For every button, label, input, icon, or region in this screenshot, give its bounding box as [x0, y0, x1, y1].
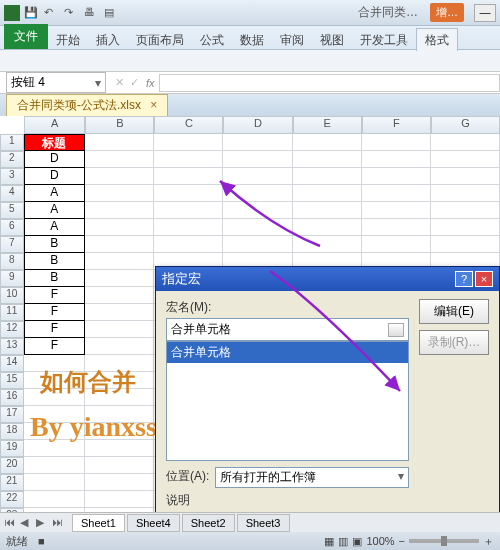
ribbon-tab-7[interactable]: 开发工具	[352, 29, 416, 51]
ribbon-tab-4[interactable]: 数据	[232, 29, 272, 51]
cell[interactable]	[431, 185, 500, 202]
cell[interactable]	[431, 202, 500, 219]
addon-tab[interactable]: 增…	[430, 3, 464, 22]
row-header[interactable]: 3	[0, 168, 24, 185]
ribbon-tab-0[interactable]: 开始	[48, 29, 88, 51]
chevron-down-icon[interactable]: ▾	[398, 469, 404, 486]
cell[interactable]	[85, 253, 154, 270]
row-header[interactable]: 15	[0, 372, 24, 389]
cell[interactable]: F	[24, 287, 85, 304]
row-header[interactable]: 2	[0, 151, 24, 168]
cell[interactable]	[154, 134, 223, 151]
cell[interactable]	[85, 457, 154, 474]
row-header[interactable]: 6	[0, 219, 24, 236]
cell[interactable]	[293, 134, 362, 151]
row-header[interactable]: 9	[0, 270, 24, 287]
cell[interactable]: B	[24, 236, 85, 253]
collapse-dialog-icon[interactable]	[388, 323, 404, 337]
cell[interactable]	[85, 304, 154, 321]
cell[interactable]	[431, 151, 500, 168]
doc-tab-close-icon[interactable]: ×	[150, 98, 157, 112]
row-header[interactable]: 12	[0, 321, 24, 338]
cell[interactable]	[293, 185, 362, 202]
cell[interactable]	[223, 202, 292, 219]
cell[interactable]	[85, 185, 154, 202]
cell[interactable]	[293, 236, 362, 253]
cell[interactable]	[223, 168, 292, 185]
file-tab[interactable]: 文件	[4, 24, 48, 49]
zoom-out-icon[interactable]: −	[399, 535, 405, 547]
ribbon-tab-1[interactable]: 插入	[88, 29, 128, 51]
dialog-titlebar[interactable]: 指定宏 ? ×	[156, 267, 499, 291]
sheet-tab[interactable]: Sheet3	[237, 514, 290, 532]
cell[interactable]	[85, 219, 154, 236]
formula-bar[interactable]	[159, 74, 500, 92]
ribbon-tab-5[interactable]: 审阅	[272, 29, 312, 51]
column-header[interactable]: G	[431, 116, 500, 134]
column-header[interactable]: C	[154, 116, 223, 134]
cell[interactable]	[154, 202, 223, 219]
redo-icon[interactable]: ↷	[64, 6, 78, 20]
column-header[interactable]: A	[24, 116, 85, 134]
cell[interactable]: 标题	[24, 134, 85, 151]
view-normal-icon[interactable]: ▦	[324, 535, 334, 548]
minimize-button[interactable]: —	[474, 4, 496, 22]
cell[interactable]	[362, 185, 431, 202]
name-box[interactable]: 按钮 4 ▾	[6, 72, 106, 93]
row-header[interactable]: 18	[0, 423, 24, 440]
macro-record-icon[interactable]: ■	[38, 535, 45, 547]
zoom-slider[interactable]	[409, 539, 479, 543]
row-header[interactable]: 21	[0, 474, 24, 491]
cell[interactable]: A	[24, 219, 85, 236]
fx-icon[interactable]: fx	[146, 77, 155, 89]
zoom-in-icon[interactable]: ＋	[483, 534, 494, 549]
cell[interactable]	[431, 236, 500, 253]
cell[interactable]: B	[24, 270, 85, 287]
undo-icon[interactable]: ↶	[44, 6, 58, 20]
cell[interactable]	[85, 168, 154, 185]
cell[interactable]	[85, 321, 154, 338]
cell[interactable]	[223, 185, 292, 202]
cell[interactable]	[85, 202, 154, 219]
dialog-close-button[interactable]: ×	[475, 271, 493, 287]
row-header[interactable]: 19	[0, 440, 24, 457]
cell[interactable]	[293, 202, 362, 219]
column-header[interactable]: D	[223, 116, 292, 134]
cell[interactable]	[154, 151, 223, 168]
macro-name-input[interactable]: 合并单元格	[166, 318, 409, 341]
chevron-down-icon[interactable]: ▾	[95, 76, 101, 90]
cell[interactable]	[223, 236, 292, 253]
cell[interactable]	[431, 219, 500, 236]
cell[interactable]	[24, 474, 85, 491]
cell[interactable]: D	[24, 168, 85, 185]
cell[interactable]	[362, 134, 431, 151]
row-header[interactable]: 13	[0, 338, 24, 355]
sheet-tab[interactable]: Sheet4	[127, 514, 180, 532]
cell[interactable]	[85, 236, 154, 253]
row-header[interactable]: 20	[0, 457, 24, 474]
sheet-tab[interactable]: Sheet2	[182, 514, 235, 532]
row-header[interactable]: 17	[0, 406, 24, 423]
cell[interactable]	[362, 151, 431, 168]
cell[interactable]: F	[24, 304, 85, 321]
cell[interactable]: F	[24, 321, 85, 338]
view-break-icon[interactable]: ▣	[352, 535, 362, 548]
row-header[interactable]: 1	[0, 134, 24, 151]
view-layout-icon[interactable]: ▥	[338, 535, 348, 548]
spreadsheet-grid[interactable]: ABCDEFG 1标题2D3D4A5A6A7B8B9B10F11F12F13F1…	[0, 116, 500, 516]
preview-icon[interactable]: ▤	[104, 6, 118, 20]
cell[interactable]	[293, 151, 362, 168]
cell[interactable]	[362, 236, 431, 253]
sheet-nav-next-icon[interactable]: ▶	[36, 516, 50, 529]
ribbon-tab-2[interactable]: 页面布局	[128, 29, 192, 51]
cell[interactable]	[85, 151, 154, 168]
cell[interactable]	[85, 474, 154, 491]
macro-list-item-selected[interactable]: 合并单元格	[167, 342, 408, 363]
column-header[interactable]: B	[85, 116, 154, 134]
cell[interactable]	[431, 134, 500, 151]
row-header[interactable]: 16	[0, 389, 24, 406]
cell[interactable]	[362, 202, 431, 219]
ribbon-tab-3[interactable]: 公式	[192, 29, 232, 51]
cell[interactable]	[293, 219, 362, 236]
row-header[interactable]: 22	[0, 491, 24, 508]
